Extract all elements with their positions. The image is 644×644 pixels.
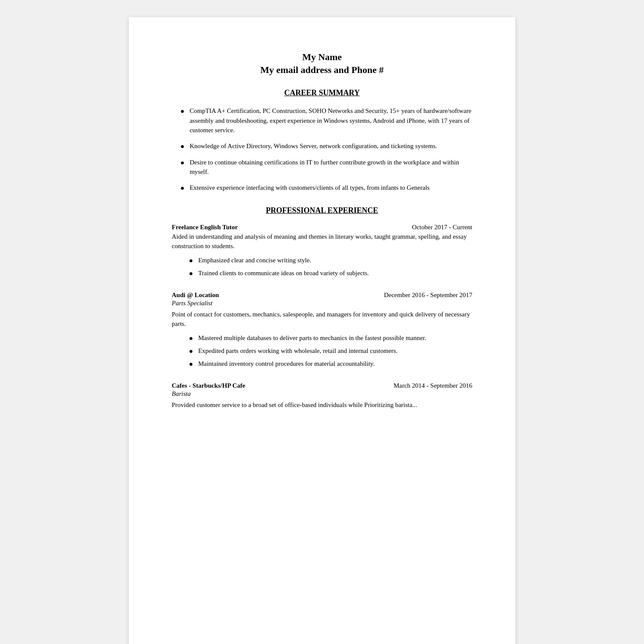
job-header-3: Cafes - Starbucks/HP Cafe March 2014 - S… xyxy=(172,382,472,389)
resume-page: My Name My email address and Phone # CAR… xyxy=(129,17,515,644)
job-bullet-1-2: Trained clients to communicate ideas on … xyxy=(189,268,472,279)
resume-header: My Name My email address and Phone # xyxy=(172,52,472,76)
job-subtitle-3: Barista xyxy=(172,390,472,398)
job-dates-3: March 2014 - September 2016 xyxy=(394,382,472,389)
job-bullet-2-3: Maintained inventory control procedures … xyxy=(189,359,472,369)
candidate-name: My Name xyxy=(172,52,472,63)
career-summary-section: CAREER SUMMARY CompTIA A+ Certification,… xyxy=(172,88,472,193)
career-bullet-1: CompTIA A+ Certification, PC Constructio… xyxy=(180,106,472,135)
job-company-1: Freelance English Tutor xyxy=(172,224,238,231)
job-company-3: Cafes - Starbucks/HP Cafe xyxy=(172,382,245,389)
job-bullet-2-2: Expedited parts orders working with whol… xyxy=(189,346,472,356)
career-summary-list: CompTIA A+ Certification, PC Constructio… xyxy=(172,106,472,193)
job-subtitle-2: Parts Specialist xyxy=(172,300,472,307)
job-entry-3: Cafes - Starbucks/HP Cafe March 2014 - S… xyxy=(172,382,472,410)
job-header-1: Freelance English Tutor October 2017 - C… xyxy=(172,224,472,231)
candidate-contact: My email address and Phone # xyxy=(172,64,472,76)
job-header-2: Audi @ Location December 2016 - Septembe… xyxy=(172,292,472,299)
job-entry-1: Freelance English Tutor October 2017 - C… xyxy=(172,224,472,279)
career-bullet-3: Desire to continue obtaining certificati… xyxy=(180,158,472,177)
job-description-3: Provided customer service to a broad set… xyxy=(172,400,472,410)
job-entry-2: Audi @ Location December 2016 - Septembe… xyxy=(172,292,472,369)
job-bullets-1: Emphasized clear and concise writing sty… xyxy=(172,255,472,279)
professional-experience-section: PROFESSIONAL EXPERIENCE Freelance Englis… xyxy=(172,206,472,410)
job-bullet-2-1: Mastered multiple databases to deliver p… xyxy=(189,333,472,343)
career-summary-title: CAREER SUMMARY xyxy=(172,88,472,97)
job-dates-2: December 2016 - September 2017 xyxy=(384,292,472,299)
job-description-1: Aided in understanding and analysis of m… xyxy=(172,232,472,251)
job-dates-1: October 2017 - Current xyxy=(412,224,472,231)
career-bullet-2: Knowledge of Active Directory, Windows S… xyxy=(180,141,472,152)
career-bullet-4: Extensive experience interfacing with cu… xyxy=(180,183,472,193)
job-company-2: Audi @ Location xyxy=(172,292,219,299)
job-bullets-2: Mastered multiple databases to deliver p… xyxy=(172,333,472,369)
job-description-2: Point of contact for customers, mechanic… xyxy=(172,310,472,329)
professional-experience-title: PROFESSIONAL EXPERIENCE xyxy=(172,206,472,215)
job-bullet-1-1: Emphasized clear and concise writing sty… xyxy=(189,255,472,266)
